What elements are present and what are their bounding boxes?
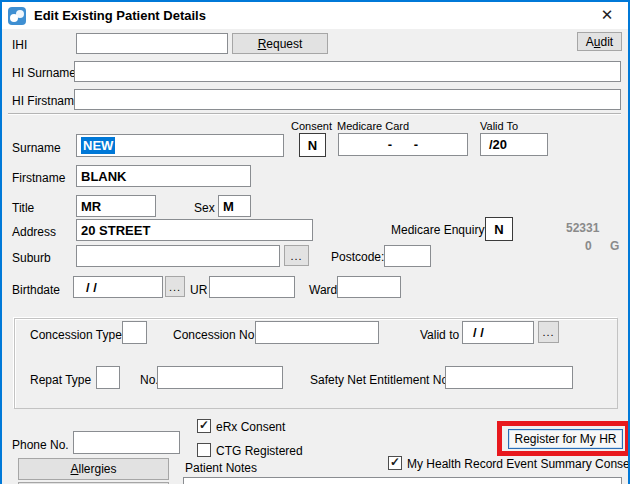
erx-consent-checkbox[interactable]: ✓ [197,419,211,433]
safety-net-input[interactable] [445,366,573,389]
address-label: Address [12,225,56,239]
audit-button-label: A [586,35,594,49]
record-flag-right: G [610,239,619,253]
hi-firstname-input[interactable] [74,89,621,110]
record-flag-left: 0 [585,239,592,253]
title-input[interactable]: MR [76,195,156,217]
medicare-validto-label: Valid To [480,120,518,132]
medicare-validto-input[interactable]: /20 [480,133,548,156]
suburb-label: Suburb [12,251,51,265]
ihi-label: IHI [12,38,27,52]
ur-input[interactable] [209,276,295,298]
title-label: Title [12,201,34,215]
suburb-browse-button[interactable]: ... [284,245,309,266]
ward-input[interactable] [337,276,401,298]
concession-type-label: Concession Type [30,328,122,342]
hi-surname-label: HI Surname [12,66,76,80]
myhr-event-summary-label: My Health Record Event Summary Consent [407,457,630,471]
selected-text: NEW [81,137,115,154]
erx-consent-label: eRx Consent [216,420,285,434]
edit-patient-dialog: Edit Existing Patient Details ✕ IHI Requ… [0,0,630,484]
phone-input[interactable] [73,431,180,454]
myhr-event-summary-checkbox[interactable]: ✓ [388,456,402,470]
birthdate-label: Birthdate [12,283,60,297]
concession-no-label: Concession No [173,328,254,342]
firstname-input[interactable]: BLANK [76,165,251,187]
surname-input[interactable]: NEW [76,134,284,157]
request-button[interactable]: Request [232,33,328,54]
allergies-button[interactable]: Allergies [18,458,169,480]
concession-validto-picker-button[interactable]: ... [538,321,559,343]
ward-label: Ward [309,283,337,297]
medicare-enquiry-input[interactable]: N [485,217,513,241]
patient-notes-label: Patient Notes [185,461,257,475]
birthdate-picker-button[interactable]: ... [165,276,185,297]
repat-type-input[interactable] [96,366,120,389]
close-icon[interactable]: ✕ [592,4,622,26]
audit-button[interactable]: Audit [577,32,622,51]
concession-no-input[interactable] [255,321,379,344]
register-myhr-button[interactable]: Register for My HR [508,429,623,449]
address-input[interactable]: 20 STREET [76,219,313,241]
hi-surname-input[interactable] [74,61,621,82]
repat-no-label: No. [140,373,159,387]
ctg-registered-checkbox[interactable] [197,443,211,457]
medicare-enquiry-label: Medicare Enquiry? [391,223,491,237]
consent-input[interactable]: N [299,133,326,157]
ur-label: UR [190,283,207,297]
postcode-label: Postcode: [331,250,384,264]
sex-input[interactable]: M [218,195,251,217]
birthdate-input[interactable]: / / [73,276,163,298]
repat-type-label: Repat Type [30,373,91,387]
pill-app-icon [8,7,26,25]
phone-label: Phone No. [12,438,69,452]
surname-label: Surname [12,141,61,155]
concession-validto-input[interactable]: / / [462,321,534,344]
safety-net-label: Safety Net Entitlement No [310,373,448,387]
medicare-card-label: Medicare Card [337,120,409,132]
hi-firstname-label: HI Firstname [12,94,81,108]
ihi-input[interactable] [76,33,228,54]
title-bar: Edit Existing Patient Details ✕ [2,2,628,29]
record-number: 52331 [566,221,599,235]
repat-no-input[interactable] [157,366,283,389]
sex-label: Sex [194,201,215,215]
firstname-label: Firstname [12,171,65,185]
dialog-title: Edit Existing Patient Details [34,8,206,23]
suburb-input[interactable] [76,245,280,267]
section-divider [8,113,621,115]
ctg-registered-label: CTG Registered [216,444,303,458]
concession-type-input[interactable] [122,321,147,344]
medicare-card-input[interactable]: - - [338,133,468,156]
patient-notes-textarea[interactable] [183,477,622,484]
concession-validto-label: Valid to [420,328,459,342]
consent-label: Consent [291,120,332,132]
postcode-input[interactable] [384,245,431,267]
